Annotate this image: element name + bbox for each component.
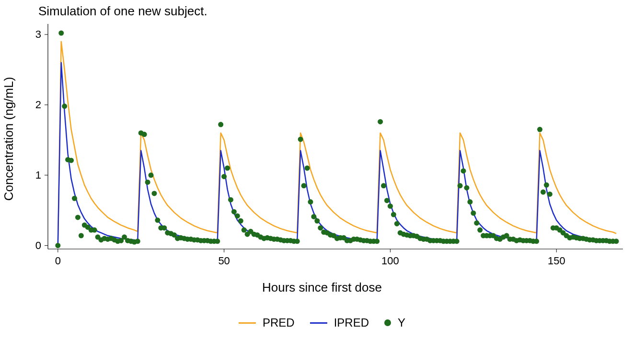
point-Y bbox=[218, 122, 223, 127]
point-Y bbox=[474, 220, 479, 226]
point-Y bbox=[228, 197, 233, 203]
point-Y bbox=[614, 238, 619, 244]
point-Y bbox=[391, 212, 396, 217]
point-Y bbox=[547, 192, 552, 197]
point-Y bbox=[215, 238, 220, 244]
point-Y bbox=[461, 168, 466, 173]
chart-title: Simulation of one new subject. bbox=[38, 4, 207, 19]
point-Y bbox=[540, 190, 546, 195]
point-Y bbox=[231, 209, 237, 215]
point-Y bbox=[92, 227, 97, 233]
legend-item-ipred: IPRED bbox=[310, 316, 369, 329]
point-Y bbox=[305, 166, 310, 171]
point-Y bbox=[58, 31, 64, 36]
point-Y bbox=[238, 218, 243, 224]
point-Y bbox=[62, 103, 67, 109]
point-Y bbox=[467, 199, 472, 204]
point-Y bbox=[388, 204, 393, 209]
series-IPRED bbox=[58, 63, 616, 246]
point-Y bbox=[69, 158, 74, 163]
x-tick-label: 50 bbox=[218, 255, 230, 267]
point-Y bbox=[374, 238, 380, 244]
x-tick-label: 0 bbox=[55, 255, 61, 267]
chart-svg bbox=[43, 19, 628, 259]
point-Y bbox=[301, 183, 307, 188]
y-tick-label: 1 bbox=[35, 169, 41, 181]
x-tick-label: 150 bbox=[548, 255, 565, 267]
point-Y bbox=[75, 215, 80, 220]
x-tick-label: 100 bbox=[381, 255, 399, 267]
legend-item-y: Y bbox=[384, 316, 405, 329]
x-axis-label: Hours since first dose bbox=[262, 280, 382, 295]
point-Y bbox=[471, 211, 476, 216]
point-Y bbox=[381, 183, 386, 188]
point-Y bbox=[155, 217, 160, 223]
y-tick-label: 0 bbox=[35, 239, 41, 252]
legend: PRED IPRED Y bbox=[0, 316, 644, 329]
point-Y bbox=[378, 119, 383, 125]
point-Y bbox=[242, 227, 247, 233]
point-Y bbox=[79, 233, 84, 238]
point-Y bbox=[394, 221, 400, 227]
legend-label-ipred: IPRED bbox=[334, 316, 369, 329]
point-Y bbox=[225, 166, 230, 171]
series-PRED bbox=[58, 42, 616, 246]
point-Y bbox=[464, 185, 469, 191]
point-Y bbox=[454, 238, 460, 244]
point-Y bbox=[295, 238, 300, 244]
point-Y bbox=[151, 191, 157, 196]
legend-label-y: Y bbox=[398, 316, 405, 329]
point-Y bbox=[72, 196, 77, 201]
point-Y bbox=[298, 136, 303, 142]
point-Y bbox=[149, 172, 154, 178]
y-tick-label: 3 bbox=[35, 28, 41, 41]
point-Y bbox=[314, 218, 320, 224]
point-Y bbox=[142, 132, 147, 137]
y-axis-label: Concentration (ng/mL) bbox=[1, 77, 16, 201]
point-Y bbox=[318, 225, 323, 230]
point-Y bbox=[55, 243, 60, 248]
point-Y bbox=[458, 183, 463, 188]
point-Y bbox=[537, 127, 542, 132]
figure: Simulation of one new subject. Concentra… bbox=[0, 0, 644, 340]
point-Y bbox=[161, 225, 167, 230]
legend-swatch-pred bbox=[239, 322, 256, 324]
point-Y bbox=[544, 182, 549, 188]
point-Y bbox=[235, 213, 240, 218]
legend-item-pred: PRED bbox=[239, 316, 295, 329]
point-Y bbox=[384, 198, 390, 203]
point-Y bbox=[477, 227, 483, 233]
legend-swatch-y bbox=[384, 319, 391, 326]
point-Y bbox=[135, 238, 140, 244]
point-Y bbox=[311, 214, 316, 219]
point-Y bbox=[308, 199, 313, 204]
y-tick-label: 2 bbox=[35, 99, 41, 111]
point-Y bbox=[534, 238, 539, 244]
legend-swatch-ipred bbox=[310, 322, 327, 324]
point-Y bbox=[221, 174, 227, 179]
point-Y bbox=[145, 180, 150, 185]
legend-label-pred: PRED bbox=[263, 316, 295, 329]
plot-area bbox=[43, 19, 628, 259]
